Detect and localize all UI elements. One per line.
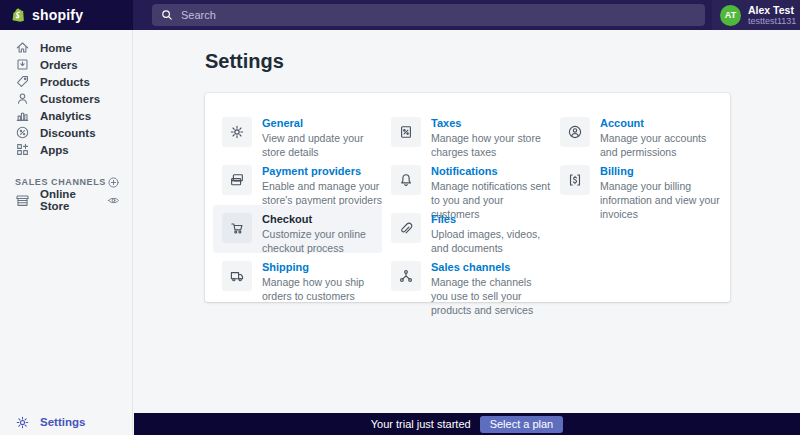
- sidebar-item-analytics[interactable]: Analytics: [0, 107, 132, 124]
- sales-channels-label: SALES CHANNELS: [15, 177, 106, 187]
- sidebar-item-orders[interactable]: Orders: [0, 56, 132, 73]
- plus-circle-icon[interactable]: [107, 176, 120, 189]
- settings-link-files[interactable]: Files: [431, 213, 551, 226]
- cell-text: BillingManage your billing information a…: [600, 165, 720, 205]
- sidebar-item-discounts[interactable]: Discounts: [0, 124, 132, 141]
- settings-cell-general[interactable]: GeneralView and update your store detail…: [213, 109, 382, 157]
- settings-link-shipping[interactable]: Shipping: [262, 261, 382, 274]
- payment-cards-icon: [229, 172, 245, 188]
- page-title: Settings: [205, 50, 284, 73]
- settings-column: GeneralView and update your store detail…: [213, 109, 382, 301]
- settings-grid: GeneralView and update your store detail…: [213, 109, 716, 301]
- search-icon: [161, 9, 173, 21]
- settings-desc: View and update your store details: [262, 131, 382, 159]
- user-text: Alex Test testtest1131: [748, 4, 796, 26]
- sidebar-item-products[interactable]: Products: [0, 73, 132, 90]
- sidebar-item-settings[interactable]: Settings: [0, 413, 85, 431]
- trial-bar: Your trial just started Select a plan: [134, 413, 800, 435]
- cell-text: TaxesManage how your store charges taxes: [431, 117, 551, 157]
- tax-document-icon: [398, 124, 414, 140]
- settings-link-taxes[interactable]: Taxes: [431, 117, 551, 130]
- orders-icon: [15, 57, 30, 72]
- sidebar-item-label: Products: [40, 76, 90, 88]
- sidebar-item-label: Settings: [40, 416, 85, 428]
- user-name: Alex Test: [748, 4, 796, 16]
- nav-list: HomeOrdersProductsCustomersAnalyticsDisc…: [0, 30, 132, 158]
- cell-text: ShippingManage how you ship orders to cu…: [262, 261, 382, 301]
- avatar: AT: [720, 5, 741, 26]
- icon-box: [222, 117, 252, 147]
- settings-link-notifications[interactable]: Notifications: [431, 165, 551, 178]
- storefront-icon: [15, 193, 30, 208]
- settings-cell-files[interactable]: FilesUpload images, videos, and document…: [382, 205, 551, 253]
- search-area: Search: [133, 0, 800, 30]
- discounts-icon: [15, 125, 30, 140]
- settings-column: AccountManage your accounts and permissi…: [551, 109, 720, 301]
- gear-icon: [229, 124, 245, 140]
- settings-desc: Manage how you ship orders to customers: [262, 275, 382, 303]
- settings-link-billing[interactable]: Billing: [600, 165, 720, 178]
- cell-text: CheckoutCustomize your online checkout p…: [262, 213, 382, 253]
- settings-card: GeneralView and update your store detail…: [205, 93, 730, 302]
- main-content: Settings GeneralView and update your sto…: [134, 30, 800, 435]
- customers-icon: [15, 91, 30, 106]
- settings-cell-payment-providers[interactable]: Payment providersEnable and manage your …: [213, 157, 382, 205]
- shopify-logo[interactable]: shopify: [0, 0, 133, 30]
- user-menu[interactable]: AT Alex Test testtest1131: [712, 0, 800, 30]
- cell-text: GeneralView and update your store detail…: [262, 117, 382, 157]
- sidebar-item-label: Discounts: [40, 127, 96, 139]
- paperclip-icon: [398, 220, 414, 236]
- icon-box: [222, 213, 252, 243]
- settings-desc: Enable and manage your store's payment p…: [262, 179, 382, 207]
- settings-cell-billing[interactable]: BillingManage your billing information a…: [551, 157, 720, 205]
- cell-text: AccountManage your accounts and permissi…: [600, 117, 720, 157]
- account-person-icon: [567, 124, 583, 140]
- products-icon: [15, 74, 30, 89]
- icon-box: [391, 261, 421, 291]
- search-input[interactable]: Search: [152, 4, 705, 26]
- cell-text: FilesUpload images, videos, and document…: [431, 213, 551, 253]
- settings-desc: Upload images, videos, and documents: [431, 227, 551, 255]
- settings-link-general[interactable]: General: [262, 117, 382, 130]
- icon-box: [560, 165, 590, 195]
- cart-icon: [229, 220, 245, 236]
- eye-icon[interactable]: [107, 194, 120, 207]
- settings-cell-sales-channels[interactable]: Sales channelsManage the channels you us…: [382, 253, 551, 301]
- settings-cell-account[interactable]: AccountManage your accounts and permissi…: [551, 109, 720, 157]
- shopify-bag-icon: [11, 7, 27, 23]
- store-name: testtest1131: [748, 16, 796, 26]
- sidebar-item-apps[interactable]: Apps: [0, 141, 132, 158]
- cell-text: Sales channelsManage the channels you us…: [431, 261, 551, 301]
- icon-box: [560, 117, 590, 147]
- settings-link-account[interactable]: Account: [600, 117, 720, 130]
- settings-cell-notifications[interactable]: NotificationsManage notifications sent t…: [382, 157, 551, 205]
- settings-desc: Manage your billing information and view…: [600, 179, 720, 221]
- channel-list: Online Store: [0, 190, 132, 210]
- truck-icon: [229, 268, 245, 284]
- sidebar-item-label: Customers: [40, 93, 100, 105]
- sidebar-item-label: Orders: [40, 59, 78, 71]
- search-placeholder: Search: [181, 9, 216, 21]
- topbar: shopify Search AT Alex Test testtest1131: [0, 0, 800, 30]
- settings-column: TaxesManage how your store charges taxes…: [382, 109, 551, 301]
- icon-box: [222, 261, 252, 291]
- sidebar-item-customers[interactable]: Customers: [0, 90, 132, 107]
- sidebar-item-label: Apps: [40, 144, 69, 156]
- sidebar-item-home[interactable]: Home: [0, 39, 132, 56]
- select-plan-button[interactable]: Select a plan: [480, 416, 564, 433]
- settings-link-payment-providers[interactable]: Payment providers: [262, 165, 382, 178]
- settings-cell-shipping[interactable]: ShippingManage how you ship orders to cu…: [213, 253, 382, 301]
- sidebar-item-label: Analytics: [40, 110, 91, 122]
- icon-box: [222, 165, 252, 195]
- settings-desc: Manage your accounts and permissions: [600, 131, 720, 159]
- settings-desc: Customize your online checkout process: [262, 227, 382, 255]
- billing-dollar-icon: [567, 172, 583, 188]
- apps-icon: [15, 142, 30, 157]
- settings-link-checkout[interactable]: Checkout: [262, 213, 382, 226]
- settings-link-sales-channels[interactable]: Sales channels: [431, 261, 551, 274]
- settings-desc: Manage how your store charges taxes: [431, 131, 551, 159]
- settings-cell-taxes[interactable]: TaxesManage how your store charges taxes: [382, 109, 551, 157]
- sidebar-channel-online-store[interactable]: Online Store: [0, 190, 132, 210]
- settings-cell-checkout[interactable]: CheckoutCustomize your online checkout p…: [213, 205, 382, 253]
- settings-desc: Manage the channels you use to sell your…: [431, 275, 551, 317]
